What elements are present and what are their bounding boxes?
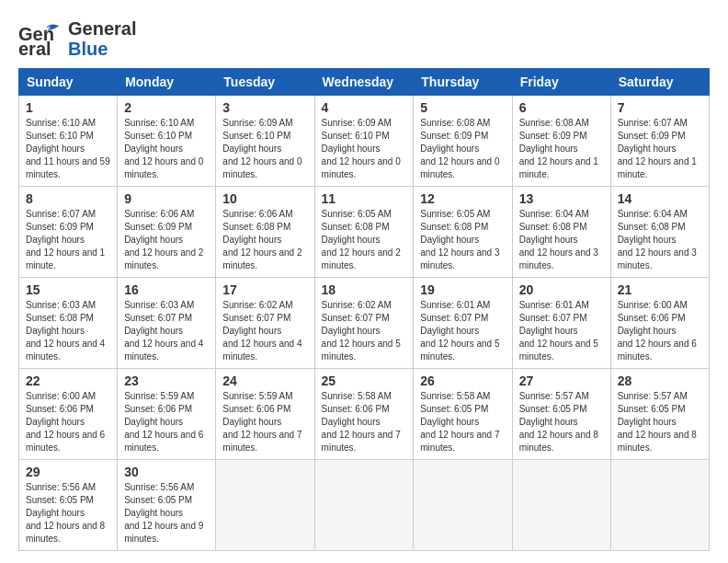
day-number: 6 <box>519 100 604 115</box>
calendar-week-row: 22Sunrise: 6:00 AMSunset: 6:06 PMDayligh… <box>19 369 710 460</box>
day-info: Sunrise: 6:09 AMSunset: 6:10 PMDaylight … <box>322 117 407 181</box>
calendar-cell: 2Sunrise: 6:10 AMSunset: 6:10 PMDaylight… <box>118 96 216 187</box>
day-info: Sunrise: 6:05 AMSunset: 6:08 PMDaylight … <box>322 208 407 272</box>
header-sunday: Sunday <box>19 69 118 96</box>
logo-blue: Blue <box>68 39 136 59</box>
day-number: 23 <box>124 373 209 388</box>
day-info: Sunrise: 5:57 AMSunset: 6:05 PMDaylight … <box>618 390 702 454</box>
day-number: 26 <box>420 373 505 388</box>
calendar-cell: 23Sunrise: 5:59 AMSunset: 6:06 PMDayligh… <box>118 369 216 460</box>
header-wednesday: Wednesday <box>314 69 414 96</box>
day-info: Sunrise: 6:01 AMSunset: 6:07 PMDaylight … <box>519 299 604 363</box>
day-info: Sunrise: 6:10 AMSunset: 6:10 PMDaylight … <box>124 117 209 181</box>
day-info: Sunrise: 6:07 AMSunset: 6:09 PMDaylight … <box>26 208 110 272</box>
day-number: 25 <box>322 373 407 388</box>
weekday-header-row: Sunday Monday Tuesday Wednesday Thursday… <box>19 69 710 96</box>
calendar-cell <box>512 460 610 551</box>
calendar-cell: 26Sunrise: 5:58 AMSunset: 6:05 PMDayligh… <box>414 369 512 460</box>
day-number: 1 <box>26 100 110 115</box>
calendar-cell: 6Sunrise: 6:08 AMSunset: 6:09 PMDaylight… <box>512 96 610 187</box>
calendar-cell: 9Sunrise: 6:06 AMSunset: 6:09 PMDaylight… <box>118 187 216 278</box>
calendar-cell: 24Sunrise: 5:59 AMSunset: 6:06 PMDayligh… <box>216 369 314 460</box>
logo-general: General <box>68 18 136 39</box>
day-info: Sunrise: 6:07 AMSunset: 6:09 PMDaylight … <box>618 117 702 181</box>
day-info: Sunrise: 6:06 AMSunset: 6:09 PMDaylight … <box>124 208 209 272</box>
logo: Gen eral General Blue <box>18 18 136 59</box>
day-info: Sunrise: 6:10 AMSunset: 6:10 PMDaylight … <box>26 117 110 181</box>
calendar-cell: 17Sunrise: 6:02 AMSunset: 6:07 PMDayligh… <box>216 278 314 369</box>
page-header: Gen eral General Blue <box>18 18 710 59</box>
header-tuesday: Tuesday <box>216 69 314 96</box>
calendar-cell: 30Sunrise: 5:56 AMSunset: 6:05 PMDayligh… <box>118 460 216 551</box>
day-info: Sunrise: 5:58 AMSunset: 6:06 PMDaylight … <box>322 390 407 454</box>
day-info: Sunrise: 6:08 AMSunset: 6:09 PMDaylight … <box>420 117 505 181</box>
header-friday: Friday <box>512 69 610 96</box>
day-info: Sunrise: 6:05 AMSunset: 6:08 PMDaylight … <box>420 208 505 272</box>
calendar-cell: 16Sunrise: 6:03 AMSunset: 6:07 PMDayligh… <box>118 278 216 369</box>
calendar-cell: 29Sunrise: 5:56 AMSunset: 6:05 PMDayligh… <box>19 460 118 551</box>
calendar-cell: 27Sunrise: 5:57 AMSunset: 6:05 PMDayligh… <box>512 369 610 460</box>
day-info: Sunrise: 6:00 AMSunset: 6:06 PMDaylight … <box>618 299 702 363</box>
day-info: Sunrise: 6:01 AMSunset: 6:07 PMDaylight … <box>420 299 505 363</box>
day-number: 24 <box>222 373 307 388</box>
day-number: 29 <box>26 465 110 479</box>
calendar-cell <box>216 460 314 551</box>
calendar-week-row: 29Sunrise: 5:56 AMSunset: 6:05 PMDayligh… <box>19 460 710 551</box>
day-info: Sunrise: 5:56 AMSunset: 6:05 PMDaylight … <box>124 481 209 546</box>
day-number: 20 <box>519 282 604 297</box>
calendar-cell: 10Sunrise: 6:06 AMSunset: 6:08 PMDayligh… <box>216 187 314 278</box>
day-info: Sunrise: 5:59 AMSunset: 6:06 PMDaylight … <box>222 390 307 454</box>
day-info: Sunrise: 6:04 AMSunset: 6:08 PMDaylight … <box>519 208 604 272</box>
day-number: 7 <box>618 100 702 115</box>
day-number: 30 <box>124 465 209 479</box>
calendar-week-row: 8Sunrise: 6:07 AMSunset: 6:09 PMDaylight… <box>19 187 710 278</box>
day-info: Sunrise: 6:04 AMSunset: 6:08 PMDaylight … <box>618 208 702 272</box>
day-number: 15 <box>26 282 110 297</box>
day-info: Sunrise: 6:08 AMSunset: 6:09 PMDaylight … <box>519 117 604 181</box>
day-info: Sunrise: 6:06 AMSunset: 6:08 PMDaylight … <box>222 208 307 272</box>
calendar-cell: 14Sunrise: 6:04 AMSunset: 6:08 PMDayligh… <box>610 187 709 278</box>
calendar-cell: 4Sunrise: 6:09 AMSunset: 6:10 PMDaylight… <box>314 96 414 187</box>
day-info: Sunrise: 6:03 AMSunset: 6:08 PMDaylight … <box>26 299 110 363</box>
calendar-cell <box>610 460 709 551</box>
calendar-cell: 21Sunrise: 6:00 AMSunset: 6:06 PMDayligh… <box>610 278 709 369</box>
day-number: 17 <box>222 282 307 297</box>
calendar-cell: 25Sunrise: 5:58 AMSunset: 6:06 PMDayligh… <box>314 369 414 460</box>
calendar-cell: 11Sunrise: 6:05 AMSunset: 6:08 PMDayligh… <box>314 187 414 278</box>
calendar-table: Sunday Monday Tuesday Wednesday Thursday… <box>18 68 710 551</box>
calendar-cell: 19Sunrise: 6:01 AMSunset: 6:07 PMDayligh… <box>414 278 512 369</box>
day-number: 19 <box>420 282 505 297</box>
calendar-cell: 18Sunrise: 6:02 AMSunset: 6:07 PMDayligh… <box>314 278 414 369</box>
day-number: 22 <box>26 373 110 388</box>
calendar-cell: 13Sunrise: 6:04 AMSunset: 6:08 PMDayligh… <box>512 187 610 278</box>
day-number: 27 <box>519 373 604 388</box>
day-info: Sunrise: 6:02 AMSunset: 6:07 PMDaylight … <box>222 299 307 363</box>
svg-text:eral: eral <box>18 39 51 57</box>
header-monday: Monday <box>118 69 216 96</box>
header-thursday: Thursday <box>414 69 512 96</box>
day-info: Sunrise: 5:56 AMSunset: 6:05 PMDaylight … <box>26 481 110 546</box>
calendar-cell: 3Sunrise: 6:09 AMSunset: 6:10 PMDaylight… <box>216 96 314 187</box>
day-number: 12 <box>420 191 505 206</box>
header-saturday: Saturday <box>610 69 709 96</box>
calendar-cell: 28Sunrise: 5:57 AMSunset: 6:05 PMDayligh… <box>610 369 709 460</box>
day-info: Sunrise: 5:58 AMSunset: 6:05 PMDaylight … <box>420 390 505 454</box>
calendar-cell: 22Sunrise: 6:00 AMSunset: 6:06 PMDayligh… <box>19 369 118 460</box>
calendar-cell: 15Sunrise: 6:03 AMSunset: 6:08 PMDayligh… <box>19 278 118 369</box>
calendar-week-row: 1Sunrise: 6:10 AMSunset: 6:10 PMDaylight… <box>19 96 710 187</box>
day-number: 10 <box>222 191 307 206</box>
day-number: 5 <box>420 100 505 115</box>
day-info: Sunrise: 6:03 AMSunset: 6:07 PMDaylight … <box>124 299 209 363</box>
calendar-cell <box>414 460 512 551</box>
day-number: 14 <box>618 191 702 206</box>
logo-icon: Gen eral <box>18 20 63 57</box>
calendar-cell: 20Sunrise: 6:01 AMSunset: 6:07 PMDayligh… <box>512 278 610 369</box>
calendar-cell <box>314 460 414 551</box>
day-info: Sunrise: 6:00 AMSunset: 6:06 PMDaylight … <box>26 390 110 454</box>
day-info: Sunrise: 6:09 AMSunset: 6:10 PMDaylight … <box>222 117 307 181</box>
day-number: 21 <box>618 282 702 297</box>
day-info: Sunrise: 5:57 AMSunset: 6:05 PMDaylight … <box>519 390 604 454</box>
day-number: 13 <box>519 191 604 206</box>
calendar-week-row: 15Sunrise: 6:03 AMSunset: 6:08 PMDayligh… <box>19 278 710 369</box>
day-info: Sunrise: 6:02 AMSunset: 6:07 PMDaylight … <box>322 299 407 363</box>
